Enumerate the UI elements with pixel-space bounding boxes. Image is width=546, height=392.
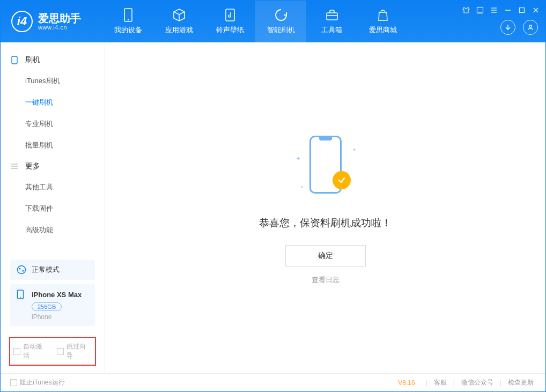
toolbox-icon — [325, 8, 339, 22]
logo-title: 爱思助手 — [38, 12, 81, 24]
phone-icon — [121, 8, 135, 22]
bag-icon — [376, 8, 390, 22]
device-name: iPhone XS Max — [32, 291, 82, 299]
list-icon — [10, 162, 19, 171]
svg-point-22 — [20, 297, 21, 298]
minimize-button[interactable] — [504, 6, 512, 14]
nav-tab-apps-games[interactable]: 应用游戏 — [153, 1, 204, 42]
mode-indicator[interactable]: 正常模式 — [10, 260, 95, 280]
sidebar-item-oneclick-flash[interactable]: 一键刷机 — [1, 92, 105, 113]
sidebar-item-batch-flash[interactable]: 批量刷机 — [1, 135, 105, 156]
status-bar: 阻止iTunes运行 V8.16 | 客服 | 微信公众号 | 检查更新 — [1, 373, 545, 391]
checkbox-auto-activate[interactable]: 自动激活 — [13, 342, 48, 360]
version-label: V8.16 — [398, 379, 415, 387]
svg-point-1 — [127, 19, 128, 20]
device-type: iPhone — [32, 313, 88, 321]
nav-tabs: 我的设备 应用游戏 铃声壁纸 智能刷机 工具箱 爱思商城 — [102, 1, 408, 42]
shirt-icon[interactable] — [462, 6, 470, 14]
sidebar-item-pro-flash[interactable]: 专业刷机 — [1, 113, 105, 135]
checkbox-icon — [10, 379, 17, 386]
device-panel[interactable]: iPhone XS Max 256GB iPhone — [10, 284, 95, 326]
status-link-check-update[interactable]: 检查更新 — [506, 378, 536, 387]
checkbox-skip-guide[interactable]: 跳过向导 — [57, 342, 92, 360]
menu-icon[interactable] — [490, 6, 498, 14]
sidebar-section-flash[interactable]: 刷机 — [1, 50, 105, 70]
sidebar: 刷机 iTunes刷机 一键刷机 专业刷机 批量刷机 更多 其他工具 下载固件 … — [1, 42, 105, 373]
logo-subtitle: www.i4.cn — [38, 24, 81, 31]
header: i4 爱思助手 www.i4.cn 我的设备 应用游戏 铃声壁纸 智能刷机 — [1, 1, 545, 42]
svg-rect-14 — [12, 56, 17, 64]
success-message: 恭喜您，保资料刷机成功啦！ — [259, 216, 392, 230]
svg-point-19 — [19, 268, 21, 270]
svg-rect-10 — [520, 8, 525, 13]
device-icon — [17, 290, 26, 299]
feedback-icon[interactable] — [476, 6, 484, 14]
logo-icon: i4 — [11, 11, 33, 32]
cube-icon — [172, 8, 186, 22]
success-illustration: ✦ ✦ ✦ — [291, 131, 360, 201]
close-button[interactable] — [532, 6, 540, 14]
body: 刷机 iTunes刷机 一键刷机 专业刷机 批量刷机 更多 其他工具 下载固件 … — [1, 42, 545, 373]
header-actions — [500, 20, 538, 35]
checkbox-icon — [13, 348, 20, 355]
logo-area: i4 爱思助手 www.i4.cn — [1, 11, 102, 32]
checkbox-icon — [57, 348, 64, 355]
sparkle-icon: ✦ — [300, 185, 304, 189]
window-controls — [462, 6, 540, 14]
user-button[interactable] — [523, 20, 538, 35]
svg-point-13 — [529, 25, 532, 28]
svg-point-18 — [18, 266, 26, 274]
nav-tab-store[interactable]: 爱思商城 — [357, 1, 408, 42]
sidebar-item-itunes-flash[interactable]: iTunes刷机 — [1, 70, 105, 92]
svg-point-20 — [23, 270, 24, 272]
sidebar-item-download-firmware[interactable]: 下载固件 — [1, 198, 105, 219]
mode-icon — [17, 265, 26, 275]
status-link-support[interactable]: 客服 — [432, 378, 449, 387]
refresh-shield-icon — [274, 8, 288, 22]
app-window: i4 爱思助手 www.i4.cn 我的设备 应用游戏 铃声壁纸 智能刷机 — [0, 0, 546, 392]
sidebar-section-more[interactable]: 更多 — [1, 156, 105, 176]
phone-small-icon — [10, 56, 19, 64]
view-log-link[interactable]: 查看日志 — [312, 275, 340, 285]
success-check-icon — [333, 171, 351, 189]
svg-rect-2 — [226, 9, 234, 21]
nav-tab-my-device[interactable]: 我的设备 — [102, 1, 153, 42]
download-button[interactable] — [500, 20, 515, 35]
svg-rect-3 — [327, 13, 337, 20]
sparkle-icon: ✦ — [352, 147, 356, 152]
highlighted-options: 自动激活 跳过向导 — [9, 337, 96, 366]
checkbox-block-itunes[interactable]: 阻止iTunes运行 — [10, 378, 65, 387]
main-content: ✦ ✦ ✦ 恭喜您，保资料刷机成功啦！ 确定 查看日志 — [105, 42, 545, 373]
nav-tab-ringtones-wallpapers[interactable]: 铃声壁纸 — [204, 1, 255, 42]
ok-button[interactable]: 确定 — [285, 245, 366, 267]
music-file-icon — [223, 8, 237, 22]
nav-tab-toolbox[interactable]: 工具箱 — [306, 1, 357, 42]
maximize-button[interactable] — [518, 6, 526, 14]
status-link-wechat[interactable]: 微信公众号 — [459, 378, 496, 387]
nav-tab-smart-flash[interactable]: 智能刷机 — [255, 1, 306, 42]
sidebar-item-advanced[interactable]: 高级功能 — [1, 219, 105, 241]
device-storage: 256GB — [32, 302, 62, 311]
sparkle-icon: ✦ — [296, 156, 300, 161]
sidebar-item-other-tools[interactable]: 其他工具 — [1, 176, 105, 198]
